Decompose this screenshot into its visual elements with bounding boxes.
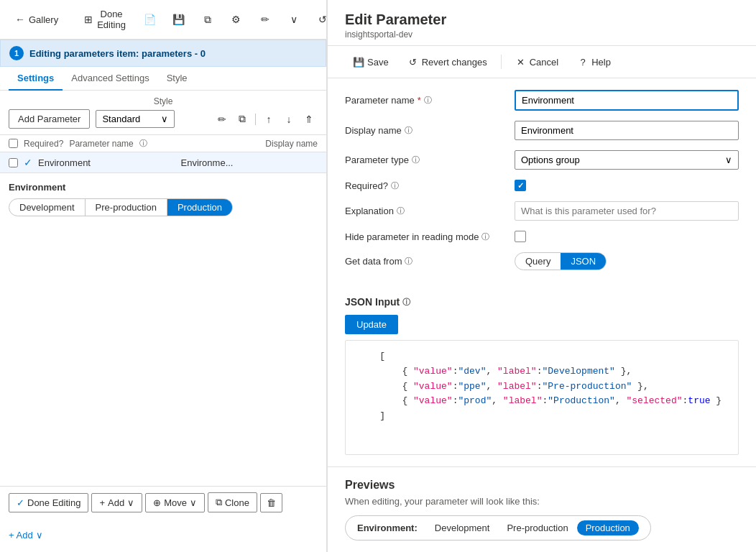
explanation-info-icon[interactable]: ⓘ (397, 206, 405, 216)
param-type-select[interactable]: Options group ∨ (515, 150, 739, 170)
info-icon-small: ⓘ (139, 138, 147, 149)
move-button[interactable]: ⊕ Move ∨ (145, 493, 205, 512)
env-option-preproduction[interactable]: Pre-production (86, 199, 167, 216)
required-checkbox[interactable]: ✓ (515, 180, 526, 191)
preview-title: Previews (345, 479, 739, 492)
required-info-icon[interactable]: ⓘ (391, 180, 399, 191)
help-button[interactable]: ? Help (569, 52, 619, 72)
dropdown-chevron-icon: ∨ (161, 114, 168, 124)
delete-button[interactable]: 🗑 (260, 493, 282, 512)
environment-section: Environment Development Pre-production P… (0, 173, 326, 486)
display-name-info-icon[interactable]: ⓘ (405, 125, 412, 136)
preview-widget: Environment: Development Pre-production … (345, 515, 651, 540)
preview-opt-production[interactable]: Production (577, 520, 639, 535)
hide-param-label: Hide parameter in reading mode ⓘ (345, 231, 503, 242)
explanation-label: Explanation ⓘ (345, 206, 503, 216)
right-header: Edit Parameter insightsportal-dev (328, 0, 756, 46)
display-name-label: Display name ⓘ (345, 125, 503, 136)
add-main-chevron-icon: ∨ (36, 530, 43, 540)
bottom-action-bar: ✓ Done Editing + Add ∨ ⊕ Move ∨ ⧉ Clone … (0, 486, 326, 518)
env-option-development[interactable]: Development (9, 199, 86, 216)
arrow-up-icon-button[interactable]: ↑ (260, 111, 277, 128)
toolbar: ← Gallery ⊞ Done Editing 📄 💾 ⧉ ⚙ ✏ ∨ ↺ (0, 0, 326, 40)
save-rt-button[interactable]: 💾 Save (345, 52, 397, 72)
done-editing-icon: ⊞ (84, 14, 93, 25)
save-rt-icon: 💾 (353, 56, 364, 68)
help-icon: ? (577, 56, 589, 68)
cancel-icon: ✕ (515, 56, 527, 68)
param-name-info-icon[interactable]: ⓘ (424, 95, 432, 106)
param-name-column-header: Parameter name (69, 139, 133, 149)
tabs-row: Settings Advanced Settings Style (0, 67, 326, 91)
toggle-json[interactable]: JSON (561, 253, 606, 270)
done-editing-top-button[interactable]: ⊞ Done Editing (78, 6, 133, 33)
chevron-down-button[interactable]: ∨ (282, 11, 305, 28)
explanation-row: Explanation ⓘ (345, 201, 739, 221)
edit-icon-button[interactable]: ✏ (213, 111, 231, 128)
file-icon: 📄 (144, 14, 156, 25)
hide-info-icon[interactable]: ⓘ (481, 231, 489, 242)
environment-options: Development Pre-production Production (9, 198, 233, 216)
arrow-up-end-icon-button[interactable]: ⇑ (300, 111, 318, 128)
copy-button[interactable]: ⧉ (196, 11, 219, 28)
file-icon-button[interactable]: 📄 (139, 11, 162, 28)
json-label: JSON Input ⓘ (345, 296, 739, 308)
checkbox-check-icon: ✓ (517, 181, 524, 190)
param-row[interactable]: ✓ Environment Environme... (0, 152, 326, 173)
revert-button[interactable]: ↺ Revert changes (400, 52, 495, 72)
pencil-button[interactable]: ✏ (254, 11, 277, 28)
explanation-input[interactable] (515, 201, 739, 221)
tab-advanced-settings[interactable]: Advanced Settings (63, 67, 157, 91)
add-parameter-button[interactable]: Add Parameter (9, 109, 90, 129)
get-data-toggle: Query JSON (515, 252, 607, 270)
get-data-info-icon[interactable]: ⓘ (405, 256, 412, 267)
param-type-info-icon[interactable]: ⓘ (412, 155, 420, 165)
revert-icon: ↺ (407, 56, 419, 68)
param-name-input[interactable] (515, 90, 739, 111)
update-button[interactable]: Update (345, 315, 398, 334)
add-section: + Add ∨ (0, 518, 326, 552)
param-row-checkbox[interactable] (9, 158, 18, 167)
add-main-button[interactable]: + Add ∨ (9, 527, 43, 543)
pencil-icon: ✏ (259, 14, 271, 25)
done-editing-bottom-button[interactable]: ✓ Done Editing (9, 493, 88, 512)
tab-style[interactable]: Style (158, 67, 196, 91)
duplicate-icon-button[interactable]: ⧉ (234, 111, 251, 128)
json-line-1: [ (357, 349, 727, 364)
left-panel: ← Gallery ⊞ Done Editing 📄 💾 ⧉ ⚙ ✏ ∨ ↺ (0, 0, 327, 552)
rt-divider (501, 55, 502, 69)
preview-widget-label: Environment: (357, 523, 418, 533)
style-section: Style Add Parameter Standard ∨ ✏ ⧉ ↑ ↓ ⇑ (0, 91, 326, 135)
add-bottom-button[interactable]: + Add ∨ (91, 493, 142, 512)
env-option-production[interactable]: Production (167, 199, 232, 216)
param-name-value: Environment (38, 157, 175, 168)
json-editor[interactable]: [ { "value":"dev", "label":"Development"… (345, 340, 739, 455)
hide-param-row: Hide parameter in reading mode ⓘ (345, 231, 739, 242)
display-name-input[interactable] (515, 121, 739, 140)
gallery-button[interactable]: ← Gallery (9, 11, 64, 28)
cancel-button[interactable]: ✕ Cancel (507, 52, 566, 72)
toggle-query[interactable]: Query (515, 253, 561, 270)
select-all-checkbox[interactable] (9, 139, 18, 148)
settings-button[interactable]: ⚙ (225, 11, 248, 28)
style-dropdown[interactable]: Standard ∨ (96, 110, 175, 128)
required-star: * (418, 95, 421, 106)
param-checkmark-icon: ✓ (24, 157, 32, 168)
param-name-row: Parameter name * ⓘ (345, 90, 739, 111)
required-label: Required? ⓘ (345, 180, 503, 191)
json-info-icon[interactable]: ⓘ (402, 297, 410, 308)
preview-opt-development[interactable]: Development (426, 520, 499, 535)
banner-number: 1 (9, 46, 24, 60)
style-label: Style (9, 96, 318, 106)
right-panel: Edit Parameter insightsportal-dev 💾 Save… (327, 0, 756, 552)
copy-icon: ⧉ (202, 14, 213, 25)
environment-label: Environment (9, 182, 318, 193)
preview-opt-preproduction[interactable]: Pre-production (498, 520, 576, 535)
display-name-column-header: Display name (265, 139, 318, 149)
tab-settings[interactable]: Settings (9, 67, 63, 91)
save-button[interactable]: 💾 (167, 11, 190, 28)
clone-button[interactable]: ⧉ Clone (208, 492, 257, 512)
arrow-down-icon-button[interactable]: ↓ (280, 111, 298, 128)
gear-icon: ⚙ (231, 14, 242, 25)
hide-checkbox[interactable] (515, 231, 526, 242)
